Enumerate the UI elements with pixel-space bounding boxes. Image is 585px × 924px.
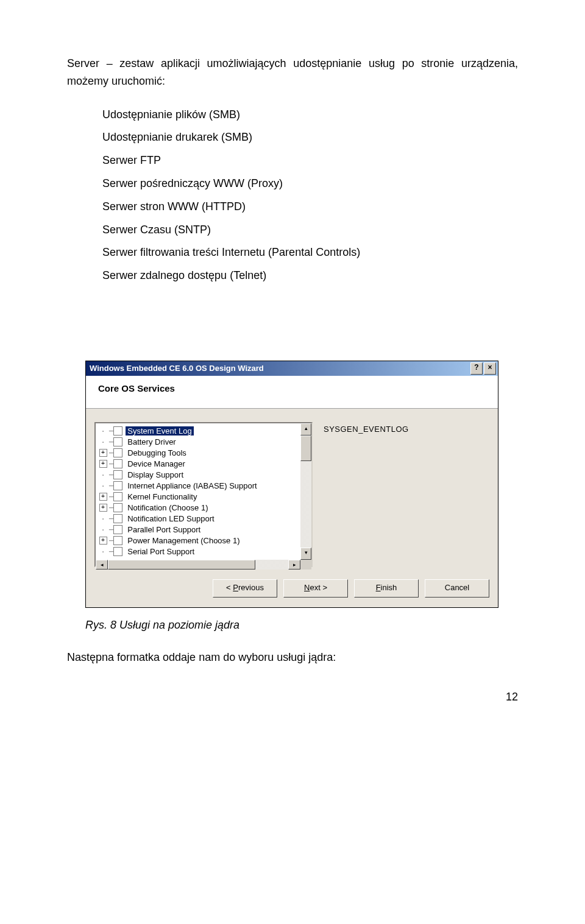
tree-connector-icon: · [101,526,105,534]
figure-caption: Rys. 8 Usługi na poziomie jądra [85,619,518,632]
tree-connector-icon: · [101,439,105,446]
tree-item[interactable]: ·─Battery Driver [97,437,300,448]
tree-item[interactable]: ·─Display Support [97,470,300,481]
btn-hotkey: F [376,583,381,592]
tree-connector-icon: · [101,548,105,555]
tree-item[interactable]: +─Debugging Tools [97,448,300,459]
tree-item-label[interactable]: Parallel Port Support [126,525,202,534]
tree-connector-icon: ─ [109,460,113,468]
scroll-down-icon[interactable]: ▾ [300,548,311,560]
tree-item-label[interactable]: Battery Driver [126,437,177,446]
tree-item-label[interactable]: Serial Port Support [126,547,196,556]
cancel-button[interactable]: Cancel [425,579,489,598]
btn-hotkey: N [304,583,310,592]
tree-item-label[interactable]: Internet Appliance (IABASE) Support [126,481,258,490]
list-item: Serwer pośredniczący WWW (Proxy) [102,172,518,196]
btn-rest: Cancel [445,583,469,592]
list-item: Serwer filtrowania treści Internetu (Par… [102,241,518,264]
tree-item-label[interactable]: Notification (Choose 1) [126,503,210,512]
tree-item-label[interactable]: Display Support [126,470,185,479]
checkbox[interactable] [113,525,122,534]
tree-item-label[interactable]: Device Manager [126,459,187,468]
tree-view[interactable]: ·─System Event Log·─Battery Driver+─Debu… [94,422,313,567]
list-item: Serwer Czasu (SNTP) [102,219,518,242]
next-button[interactable]: Next > [283,579,348,598]
tree-connector-icon: · [101,515,105,523]
checkbox[interactable] [113,459,122,468]
dialog-heading: Core OS Services [86,376,498,409]
feature-list: Udostępnianie plików (SMB) Udostępnianie… [102,104,518,287]
close-button[interactable]: × [484,362,496,375]
tree-item[interactable]: +─Kernel Functionality [97,492,300,503]
tree-item[interactable]: ·─System Event Log [97,426,300,437]
scroll-up-icon[interactable]: ▴ [300,423,311,436]
tree-connector-icon: ─ [109,450,113,457]
expand-icon[interactable]: + [99,449,107,457]
tree-connector-icon: · [101,471,105,479]
scroll-right-icon[interactable]: ▸ [288,560,300,570]
vertical-scrollbar[interactable]: ▴ ▾ [300,423,311,560]
expand-icon[interactable]: + [99,537,107,545]
tree-connector-icon: ─ [109,537,113,545]
list-item: Udostępnianie plików (SMB) [102,104,518,127]
checkbox[interactable] [113,514,122,523]
checkbox[interactable] [113,492,122,501]
list-item: Serwer zdalnego dostępu (Telnet) [102,264,518,287]
tree-connector-icon: ─ [109,471,113,479]
tree-item-label[interactable]: Debugging Tools [126,448,188,457]
tree-connector-icon: ─ [109,428,113,435]
list-item: Serwer stron WWW (HTTPD) [102,196,518,219]
scroll-thumb[interactable] [300,436,311,461]
tree-item-label[interactable]: Notification LED Support [126,514,216,523]
tree-connector-icon: ─ [109,526,113,534]
tree-item-label[interactable]: System Event Log [126,426,194,436]
btn-rest: ext > [310,583,327,592]
checkbox[interactable] [113,437,122,446]
scrollbar-corner [300,560,311,570]
tree-connector-icon: ─ [109,548,113,555]
horizontal-scrollbar[interactable]: ◂ ▸ [96,560,311,570]
tree-item[interactable]: ·─Parallel Port Support [97,524,300,535]
tree-item[interactable]: ·─Notification LED Support [97,513,300,524]
previous-button[interactable]: < Previous [213,579,277,598]
titlebar[interactable]: Windows Embedded CE 6.0 OS Design Wizard… [86,361,498,376]
checkbox[interactable] [113,426,122,436]
expand-icon[interactable]: + [99,460,107,468]
intro-text: Server – zestaw aplikacji umożliwiającyc… [67,55,518,90]
tree-item[interactable]: +─Device Manager [97,459,300,470]
tree-item-label[interactable]: Power Management (Choose 1) [126,536,241,545]
btn-rest: revious [238,583,264,592]
tree-item[interactable]: ·─Serial Port Support [97,546,300,557]
expand-icon[interactable]: + [99,504,107,512]
tree-connector-icon: ─ [109,504,113,512]
checkbox[interactable] [113,481,122,490]
checkbox[interactable] [113,547,122,556]
finish-button[interactable]: Finish [354,579,419,598]
checkbox[interactable] [113,536,122,545]
tree-connector-icon: · [101,428,105,435]
page-number: 12 [67,691,518,704]
closing-text: Następna formatka oddaje nam do wyboru u… [67,649,518,666]
list-item: Udostępnianie drukarek (SMB) [102,126,518,149]
list-item: Serwer FTP [102,149,518,172]
help-button[interactable]: ? [470,362,483,375]
expand-icon[interactable]: + [99,493,107,501]
scroll-thumb[interactable] [108,560,255,570]
btn-prefix: < [226,583,233,592]
btn-rest: inish [381,583,397,592]
tree-connector-icon: ─ [109,515,113,523]
tree-item-label[interactable]: Kernel Functionality [126,492,199,501]
checkbox[interactable] [113,470,122,479]
tree-connector-icon: ─ [109,493,113,501]
window-title: Windows Embedded CE 6.0 OS Design Wizard [90,364,469,373]
sysgen-label: SYSGEN_EVENTLOG [324,422,409,567]
scroll-left-icon[interactable]: ◂ [96,560,108,570]
checkbox[interactable] [113,503,122,512]
tree-item[interactable]: ·─Internet Appliance (IABASE) Support [97,481,300,492]
tree-connector-icon: · [101,482,105,490]
tree-item[interactable]: +─Power Management (Choose 1) [97,535,300,546]
tree-connector-icon: ─ [109,439,113,446]
wizard-dialog: Windows Embedded CE 6.0 OS Design Wizard… [85,361,498,608]
checkbox[interactable] [113,448,122,457]
tree-item[interactable]: +─Notification (Choose 1) [97,503,300,513]
